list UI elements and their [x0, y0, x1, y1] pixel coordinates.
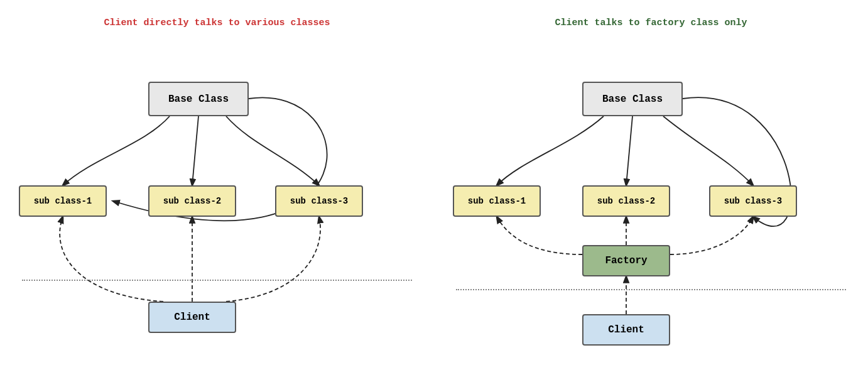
left-base-class: Base Class	[148, 82, 249, 116]
right-factory: Factory	[582, 245, 670, 276]
main-container: Client directly talks to various classes	[0, 0, 868, 382]
left-separator	[22, 280, 413, 281]
right-sub2: sub class-2	[582, 185, 670, 217]
left-sub2: sub class-2	[148, 185, 236, 217]
right-sub3: sub class-3	[709, 185, 797, 217]
right-separator	[456, 289, 847, 290]
right-title: Client talks to factory class only	[434, 0, 868, 28]
left-client: Client	[148, 302, 236, 333]
left-sub3: sub class-3	[275, 185, 363, 217]
left-sub1: sub class-1	[19, 185, 107, 217]
left-title: Client directly talks to various classes	[0, 0, 434, 28]
right-diagram: Client talks to factory class only	[434, 0, 868, 382]
right-sub1: sub class-1	[453, 185, 541, 217]
right-base-class: Base Class	[582, 82, 683, 116]
right-client: Client	[582, 314, 670, 346]
left-diagram: Client directly talks to various classes	[0, 0, 434, 382]
